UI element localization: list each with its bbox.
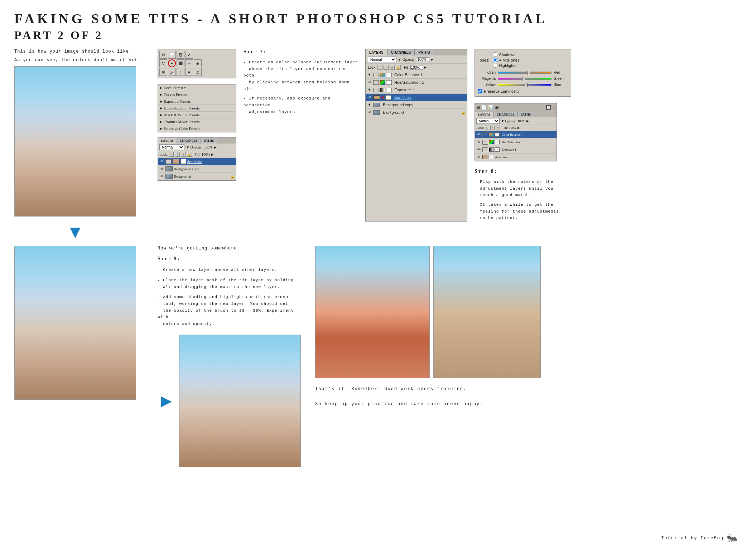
layer-bg-small[interactable]: 👁 Background 🔒 — [158, 173, 236, 180]
cyan-red-slider[interactable] — [498, 72, 552, 74]
opacity-value-right: 100% — [517, 119, 525, 123]
fill-input-main[interactable] — [410, 65, 423, 70]
tool-rect[interactable]: ■ — [185, 68, 193, 76]
tool-btn-1[interactable]: ⚙ — [159, 51, 167, 59]
tab-paths-small[interactable]: PATHS — [201, 138, 217, 144]
final-photo-red-bikini — [315, 246, 430, 378]
tool-grid[interactable]: ⊞ — [159, 68, 167, 76]
tab-paths-main[interactable]: PATHS — [415, 49, 434, 55]
blend-mode-small[interactable]: Normal — [159, 144, 184, 150]
blend-mode-right[interactable]: Normal — [476, 118, 500, 124]
layer-eye-1[interactable]: 👁 — [159, 159, 164, 164]
panel-icon-2: 📄 — [481, 105, 487, 110]
lock-r-3[interactable]: + — [496, 126, 500, 130]
shadows-label: Shadows — [499, 53, 515, 57]
layer-bg-main[interactable]: 👁 Background 🔒 — [366, 109, 467, 116]
layer-huesat-main[interactable]: 👁 / Hue/Saturation 1 — [366, 79, 467, 86]
layer-name-bg-small: Background — [174, 175, 191, 179]
lock-main-3[interactable]: + — [390, 65, 395, 70]
yellow-blue-slider[interactable] — [498, 84, 552, 86]
step9-b2: - Clone the layer mask of the tit layer … — [158, 277, 301, 290]
preserve-luminosity-cb[interactable] — [478, 89, 482, 93]
layer-name-bgcopy-small: Background copy — [174, 167, 199, 171]
tab-channels-small[interactable]: CHANNELS — [177, 138, 201, 144]
tab-channels-main[interactable]: CHANNELS — [387, 49, 415, 55]
lock-main-4[interactable]: 🔒 — [396, 65, 401, 70]
layer-eye-cb-r[interactable]: 👁 — [476, 132, 481, 137]
layer-titties-main[interactable]: 👁 ⊙ dem titties — [366, 94, 467, 101]
layer-tit-right[interactable]: 👁 dem titties — [475, 154, 557, 161]
preset-levels[interactable]: ▶Levels Presets — [158, 84, 236, 91]
tool-btn-4[interactable]: ✔ — [185, 51, 193, 59]
layer-eye-bgc[interactable]: 👁 — [367, 102, 372, 107]
tab-channels-right[interactable]: CHANNELS — [494, 112, 518, 117]
layer-bgcopy-main[interactable]: 👁 Background copy — [366, 101, 467, 109]
tool-brush[interactable]: 🖊 — [168, 68, 176, 76]
layer-eye-exp[interactable]: 👁 — [367, 87, 372, 92]
lock-btn-1[interactable]: □ — [169, 152, 174, 157]
layer-exp-right[interactable]: 👁 / Exposure 1 — [475, 146, 557, 154]
tool-v[interactable]: V — [159, 59, 167, 67]
layer-pen-icon: / — [165, 159, 171, 164]
tool-btn-3[interactable]: 🖼 — [177, 51, 184, 59]
cyan-label: Cyan — [478, 71, 496, 74]
preset-hue-sat[interactable]: ▶Hue/Saturation Presets — [158, 105, 236, 112]
radio-shadows[interactable] — [493, 52, 497, 57]
preset-bw[interactable]: ▶Black & White Presets — [158, 112, 236, 118]
tool-circle-highlighted[interactable]: ● — [168, 59, 176, 67]
tool-x[interactable]: ◉ — [194, 59, 202, 67]
li-adj-exp — [380, 88, 385, 92]
tool-btn-2[interactable]: 📊 — [168, 51, 176, 59]
lock-label-main: Lock: — [368, 65, 376, 69]
tab-layers-small[interactable]: LAYERS — [158, 138, 177, 144]
fill-label-main: Fill: — [404, 65, 410, 69]
lock-btn-2[interactable]: / — [175, 152, 180, 157]
layer-eye-exp-r[interactable]: 👁 — [476, 147, 481, 152]
layer-colorbalance-main[interactable]: 👁 / Color Balance 1 — [366, 71, 467, 79]
layer-eye-cb[interactable]: 👁 — [367, 72, 372, 77]
preset-selective-color[interactable]: ▶Selective Color Presets — [158, 125, 236, 132]
layer-eye-3[interactable]: 👁 — [159, 174, 164, 179]
layer-bg-copy-small[interactable]: 👁 Background copy — [158, 165, 236, 173]
layer-dem-titties-small[interactable]: 👁 / dem titties — [158, 158, 236, 165]
lock-btn-3[interactable]: + — [181, 152, 186, 157]
li-adj-hs — [380, 80, 385, 85]
lock-main-2[interactable]: / — [384, 65, 389, 70]
radio-midtones[interactable] — [493, 58, 497, 62]
lock-label-small: Lock: — [159, 152, 168, 156]
preserve-luminosity-label: Preserve Luminosity — [484, 89, 520, 93]
tool-crop[interactable]: ✂ — [185, 59, 193, 67]
layer-eye-2[interactable]: 👁 — [159, 166, 164, 171]
layer-exposure-main[interactable]: 👁 / Exposure 1 — [366, 86, 467, 94]
magenta-label: Magenta — [478, 77, 496, 81]
lock-r-2[interactable]: / — [490, 126, 495, 130]
layer-eye-tit[interactable]: 👁 — [367, 95, 372, 100]
layer-eye-tit-r[interactable]: 👁 — [476, 155, 481, 160]
preset-curves[interactable]: ▶Curves Presets — [158, 91, 236, 98]
arrow-right-1: ► — [158, 390, 175, 411]
tab-layers-main[interactable]: LAYERS — [366, 49, 387, 55]
tab-paths-right[interactable]: PATHS — [518, 112, 534, 117]
layer-eye-hs[interactable]: 👁 — [367, 80, 372, 85]
layer-cb-right[interactable]: 👁 / Color Balance 1 — [475, 131, 557, 138]
radio-highlights[interactable] — [493, 63, 497, 68]
magenta-green-slider[interactable] — [498, 78, 552, 80]
preset-exposure[interactable]: ▶Exposure Presets — [158, 98, 236, 105]
layer-hs-right[interactable]: 👁 / Hue/Saturation 1 — [475, 138, 557, 146]
opacity-input-main[interactable] — [417, 57, 429, 62]
layer-eye-bg[interactable]: 👁 — [367, 110, 372, 115]
step8-b2: - It takes a while to get the feeling fo… — [475, 201, 562, 222]
preset-channel-mixer[interactable]: ▶Channel Mixer Presets — [158, 118, 236, 125]
tab-layers-right[interactable]: LAYERS — [475, 112, 494, 117]
lock-r-1[interactable]: □ — [485, 126, 489, 130]
tool-slash1[interactable]: / — [177, 68, 184, 76]
tool-eraser[interactable]: ◻ — [194, 68, 202, 76]
lock-btn-4[interactable]: 🔒 — [187, 152, 192, 157]
tool-f[interactable]: ⬛ — [177, 59, 184, 67]
panel-icon-6: ○ — [553, 105, 555, 110]
lock-main-1[interactable]: □ — [377, 65, 382, 70]
layer-eye-hs-r[interactable]: 👁 — [476, 140, 481, 145]
red-label: Red — [554, 71, 568, 74]
li-r4: / — [482, 140, 488, 145]
blend-mode-main[interactable]: Normal — [368, 57, 396, 62]
